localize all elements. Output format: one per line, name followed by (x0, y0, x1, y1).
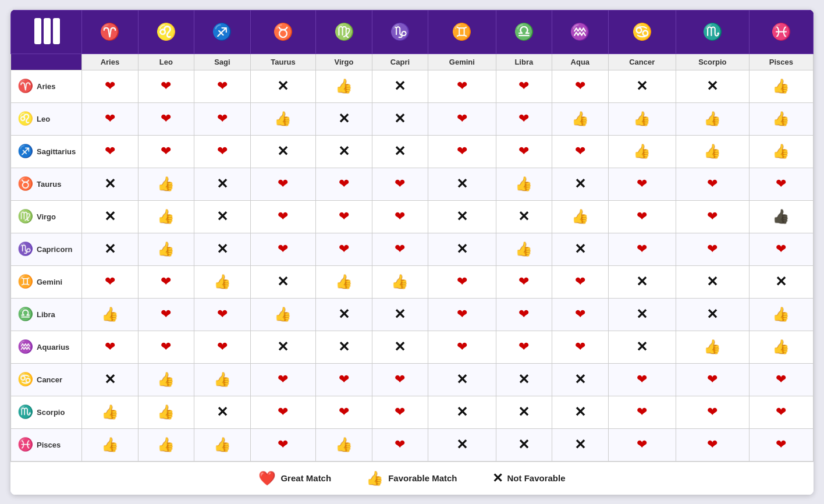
heart-cell: ❤ (707, 437, 718, 452)
row-icon-pisces: ♓ (17, 437, 33, 452)
heart-cell: ❤ (217, 339, 228, 354)
heart-cell: ❤ (395, 242, 405, 256)
heart-cell: ❤ (278, 176, 288, 191)
cell-10-10: ❤ (676, 396, 749, 428)
row-icon-cancer: ♋ (17, 372, 33, 387)
row-label-leo: ♌Leo (11, 102, 82, 135)
col-label-taurus: Taurus (250, 54, 316, 70)
heart-cell: ❤ (457, 144, 467, 158)
table-row: ♉Taurus✕👍✕❤❤❤✕👍✕❤❤❤ (11, 168, 814, 200)
cross-cell: ✕ (394, 306, 406, 322)
cell-9-2: 👍 (194, 363, 250, 396)
row-text-leo: Leo (37, 115, 50, 123)
thumb-cell: 👍 (214, 371, 231, 387)
cell-2-5: ✕ (372, 135, 428, 168)
cell-6-1: ❤ (138, 265, 194, 298)
cell-1-11: 👍 (749, 102, 813, 135)
thumb-cell: 👍 (704, 143, 721, 159)
col-label-scorpio: Scorpio (676, 54, 749, 70)
row-label-virgo: ♍Virgo (11, 200, 82, 233)
table-row: ♎Libra👍❤❤👍✕✕❤❤❤✕✕👍 (11, 298, 814, 331)
cell-8-0: ❤ (82, 331, 138, 363)
heart-cell: ❤ (457, 307, 467, 321)
row-text-pisces: Pisces (37, 441, 61, 449)
thumb-cell: 👍 (214, 436, 231, 452)
heart-cell: ❤ (457, 79, 467, 93)
row-icon-libra: ♎ (17, 307, 33, 322)
col-label-pisces: Pisces (749, 54, 813, 70)
row-label-pisces: ♓Pisces (11, 428, 82, 461)
cell-5-0: ✕ (82, 233, 138, 265)
row-icon-scorpio: ♏ (17, 404, 33, 420)
cell-8-8: ❤ (552, 331, 608, 363)
favorable-match-label: Favorable Match (388, 473, 457, 483)
cell-7-1: ❤ (138, 298, 194, 331)
heart-cell: ❤ (707, 372, 718, 386)
cell-9-10: ❤ (676, 363, 749, 396)
cell-4-0: ✕ (82, 200, 138, 233)
thumb-cell: 👍 (335, 436, 353, 452)
thumb-cell: 👍 (157, 436, 175, 452)
cell-0-4: 👍 (316, 70, 372, 102)
cell-8-9: ✕ (608, 331, 676, 363)
cell-8-1: ❤ (138, 331, 194, 363)
cell-4-8: 👍 (552, 200, 608, 233)
heart-cell: ❤ (457, 111, 467, 126)
heart-cell: ❤ (776, 404, 786, 419)
cell-6-7: ❤ (496, 265, 552, 298)
cell-6-9: ✕ (608, 265, 676, 298)
cell-4-10: ❤ (676, 200, 749, 233)
heart-cell: ❤ (637, 209, 647, 223)
row-icon-leo: ♌ (17, 111, 33, 126)
cell-11-8: ✕ (552, 428, 608, 461)
thumb-cell: 👍 (157, 176, 175, 191)
heart-cell: ❤ (339, 242, 349, 256)
cell-1-7: ❤ (496, 102, 552, 135)
svg-rect-0 (34, 18, 41, 44)
table-wrapper: ♈ ♌ ♐ ♉ ♍ ♑ ♊ ♎ ♒ ♋ ♏ ♓ Aries Le (10, 10, 814, 462)
cell-9-1: 👍 (138, 363, 194, 396)
heart-cell: ❤ (161, 111, 171, 126)
cell-10-2: ✕ (194, 396, 250, 428)
legend-great-match: ❤️ Great Match (258, 470, 331, 487)
cell-6-10: ✕ (676, 265, 749, 298)
col-label-aries: Aries (82, 54, 138, 70)
cross-cell: ✕ (574, 371, 586, 387)
heart-cell: ❤ (278, 372, 288, 386)
heart-cell: ❤ (105, 274, 115, 289)
thumb-cell: 👍 (772, 111, 790, 126)
cell-7-2: ❤ (194, 298, 250, 331)
col-label-cancer: Cancer (608, 54, 676, 70)
table-row: ♏Scorpio👍👍✕❤❤❤✕✕✕❤❤❤ (11, 396, 814, 428)
cross-cell: ✕ (456, 208, 468, 224)
cell-2-1: ❤ (138, 135, 194, 168)
heart-icon: ❤️ (258, 470, 276, 487)
cross-cell: ✕ (636, 339, 648, 354)
heart-cell: ❤ (217, 111, 228, 126)
cross-cell: ✕ (277, 78, 289, 94)
cross-cell: ✕ (456, 241, 468, 257)
cell-10-3: ❤ (250, 396, 316, 428)
cell-0-6: ❤ (428, 70, 496, 102)
cell-8-3: ✕ (250, 331, 316, 363)
cell-7-0: 👍 (82, 298, 138, 331)
row-text-capricorn: Capricorn (37, 245, 72, 254)
cell-7-6: ❤ (428, 298, 496, 331)
cross-cell: ✕ (394, 111, 406, 126)
row-text-gemini: Gemini (37, 278, 62, 286)
cell-10-11: ❤ (749, 396, 813, 428)
heart-cell: ❤ (518, 339, 529, 354)
cell-3-6: ✕ (428, 168, 496, 200)
heart-cell: ❤ (217, 307, 228, 321)
cell-3-3: ❤ (250, 168, 316, 200)
heart-cell: ❤ (395, 372, 405, 386)
col-label-sagi: Sagi (194, 54, 250, 70)
heart-cell: ❤ (278, 437, 288, 452)
cross-cell: ✕ (518, 371, 530, 387)
thumb-cell: 👍 (633, 111, 651, 126)
cell-0-0: ❤ (82, 70, 138, 102)
cell-1-0: ❤ (82, 102, 138, 135)
cell-2-9: 👍 (608, 135, 676, 168)
legend: ❤️ Great Match 👍 Favorable Match ✕ Not F… (10, 462, 814, 495)
cross-cell: ✕ (775, 274, 787, 289)
